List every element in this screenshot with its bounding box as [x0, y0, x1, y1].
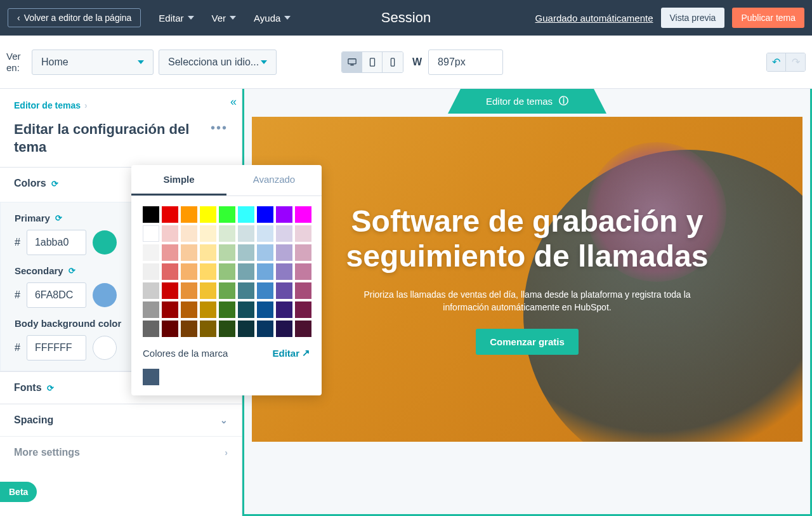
- collapse-sidebar[interactable]: «: [230, 95, 237, 109]
- autosave-link[interactable]: Guardado automáticamente: [535, 13, 653, 23]
- preview-pane: Editor de temas ⓘ Software de grabación …: [242, 89, 812, 516]
- menu-ver[interactable]: Ver: [212, 13, 237, 23]
- palette-cell[interactable]: [200, 301, 216, 318]
- palette-cell[interactable]: [162, 301, 178, 318]
- palette-cell[interactable]: [238, 206, 254, 223]
- palette-cell[interactable]: [219, 282, 235, 299]
- palette-cell[interactable]: [276, 282, 292, 299]
- bodybg-swatch[interactable]: [93, 336, 117, 360]
- palette-cell[interactable]: [219, 301, 235, 318]
- palette-cell[interactable]: [181, 282, 197, 299]
- palette-cell[interactable]: [162, 225, 178, 242]
- language-select[interactable]: Selecciona un idio...: [159, 50, 277, 75]
- palette-cell[interactable]: [200, 282, 216, 299]
- back-label: Volver a editor de la página: [24, 13, 132, 23]
- primary-hex-input[interactable]: [27, 230, 86, 255]
- device-mobile[interactable]: [383, 52, 403, 72]
- palette-cell[interactable]: [295, 225, 311, 242]
- hero-cta-button[interactable]: Comenzar gratis: [476, 329, 579, 355]
- palette-cell[interactable]: [257, 206, 273, 223]
- palette-cell[interactable]: [143, 321, 159, 337]
- publish-button[interactable]: Publicar tema: [732, 8, 804, 28]
- palette-cell[interactable]: [238, 225, 254, 242]
- info-icon[interactable]: ⓘ: [559, 95, 568, 107]
- palette-cell[interactable]: [219, 244, 235, 261]
- palette-cell[interactable]: [162, 206, 178, 223]
- palette-cell[interactable]: [257, 225, 273, 242]
- palette-cell[interactable]: [219, 263, 235, 280]
- secondary-swatch[interactable]: [93, 283, 117, 307]
- palette-cell[interactable]: [162, 263, 178, 280]
- palette-cell[interactable]: [257, 301, 273, 318]
- undo-button[interactable]: ↶: [767, 53, 786, 71]
- palette-cell[interactable]: [276, 244, 292, 261]
- palette-cell[interactable]: [181, 206, 197, 223]
- preview-button[interactable]: Vista previa: [661, 8, 725, 28]
- palette-cell[interactable]: [143, 225, 159, 242]
- palette-cell[interactable]: [295, 206, 311, 223]
- palette-cell[interactable]: [200, 206, 216, 223]
- palette-cell[interactable]: [276, 225, 292, 242]
- tab-advanced[interactable]: Avanzado: [226, 165, 322, 195]
- palette-cell[interactable]: [238, 244, 254, 261]
- palette-cell[interactable]: [295, 282, 311, 299]
- chevron-down-icon: ⌄: [220, 415, 228, 425]
- page-select[interactable]: Home: [32, 50, 154, 75]
- palette-cell[interactable]: [238, 282, 254, 299]
- palette-cell[interactable]: [143, 206, 159, 223]
- palette-cell[interactable]: [238, 263, 254, 280]
- palette-cell[interactable]: [143, 244, 159, 261]
- brand-swatch[interactable]: [143, 369, 159, 385]
- redo-button[interactable]: ↷: [786, 53, 805, 71]
- menu-ayuda[interactable]: Ayuda: [254, 13, 291, 23]
- palette-cell[interactable]: [143, 282, 159, 299]
- palette-cell[interactable]: [219, 321, 235, 337]
- tab-simple[interactable]: Simple: [131, 165, 226, 195]
- palette-cell[interactable]: [200, 225, 216, 242]
- palette-cell[interactable]: [295, 263, 311, 280]
- secondary-hex-input[interactable]: [27, 282, 86, 308]
- palette-cell[interactable]: [143, 301, 159, 318]
- palette-cell[interactable]: [238, 301, 254, 318]
- palette-cell[interactable]: [181, 225, 197, 242]
- palette-cell[interactable]: [219, 206, 235, 223]
- palette-cell[interactable]: [200, 244, 216, 261]
- palette-cell[interactable]: [200, 321, 216, 337]
- palette-cell[interactable]: [219, 225, 235, 242]
- palette-cell[interactable]: [181, 244, 197, 261]
- palette-cell[interactable]: [276, 301, 292, 318]
- menu-editar[interactable]: Editar: [159, 13, 193, 23]
- palette-cell[interactable]: [295, 301, 311, 318]
- breadcrumb[interactable]: Editor de temas ›: [0, 89, 242, 117]
- primary-swatch[interactable]: [93, 230, 117, 255]
- section-more[interactable]: More settings ›: [0, 436, 242, 468]
- more-menu[interactable]: •••: [211, 121, 228, 135]
- palette-cell[interactable]: [181, 301, 197, 318]
- palette-cell[interactable]: [257, 321, 273, 337]
- palette-cell[interactable]: [257, 244, 273, 261]
- edit-brand-link[interactable]: Editar ↗: [272, 347, 310, 359]
- width-input[interactable]: [428, 50, 503, 75]
- palette-cell[interactable]: [200, 263, 216, 280]
- palette-cell[interactable]: [295, 244, 311, 261]
- palette-cell[interactable]: [257, 282, 273, 299]
- back-button[interactable]: ‹ Volver a editor de la página: [8, 8, 141, 27]
- palette-cell[interactable]: [276, 263, 292, 280]
- palette-cell[interactable]: [181, 321, 197, 337]
- toolbar: Ver en: Home Selecciona un idio... W ↶ ↷: [0, 36, 812, 89]
- palette-cell[interactable]: [181, 263, 197, 280]
- palette-cell[interactable]: [162, 282, 178, 299]
- device-desktop[interactable]: [342, 52, 362, 72]
- palette-cell[interactable]: [238, 321, 254, 337]
- palette-cell[interactable]: [162, 244, 178, 261]
- palette-cell[interactable]: [276, 206, 292, 223]
- palette-cell[interactable]: [143, 263, 159, 280]
- palette-cell[interactable]: [276, 321, 292, 337]
- palette-cell[interactable]: [295, 321, 311, 337]
- palette-cell[interactable]: [257, 263, 273, 280]
- svg-rect-3: [391, 58, 394, 65]
- section-spacing[interactable]: Spacing ⌄: [0, 404, 242, 436]
- bodybg-hex-input[interactable]: [27, 335, 86, 361]
- palette-cell[interactable]: [162, 321, 178, 337]
- device-tablet[interactable]: [362, 52, 383, 72]
